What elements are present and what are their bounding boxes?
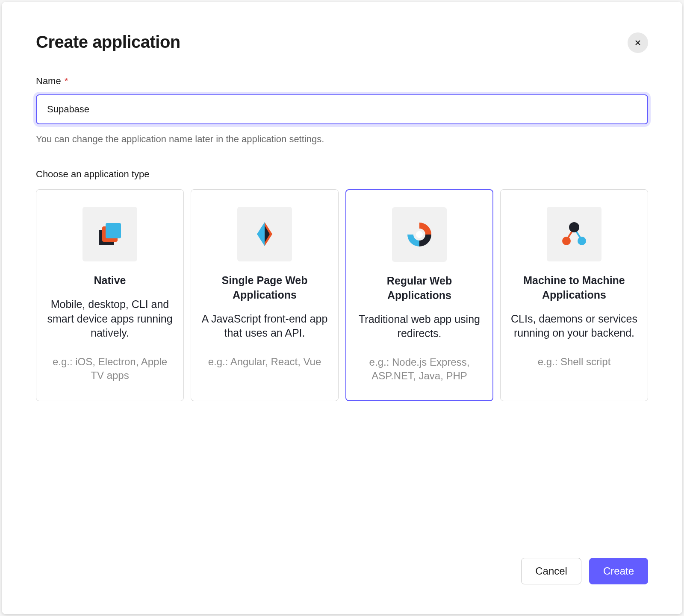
card-title: Regular Web Applications xyxy=(357,274,482,303)
svg-point-10 xyxy=(569,222,579,232)
card-example: e.g.: Node.js Express, ASP.NET, Java, PH… xyxy=(357,355,482,383)
svg-rect-2 xyxy=(106,223,121,238)
card-description: CLIs, daemons or services running on you… xyxy=(511,312,637,341)
svg-point-11 xyxy=(562,237,571,245)
create-button[interactable]: Create xyxy=(589,558,648,584)
create-application-dialog: Create application Name * You can change… xyxy=(2,2,682,614)
card-example: e.g.: Shell script xyxy=(538,355,611,369)
app-type-card-spa[interactable]: Single Page Web Applications A JavaScrip… xyxy=(191,189,339,401)
m2m-icon xyxy=(557,217,591,251)
spa-icon xyxy=(248,217,282,251)
name-label-text: Name xyxy=(36,76,61,86)
app-type-grid: Native Mobile, desktop, CLI and smart de… xyxy=(36,189,648,401)
name-input[interactable] xyxy=(36,94,648,124)
card-description: A JavaScript front-end app that uses an … xyxy=(201,312,328,341)
card-example: e.g.: Angular, React, Vue xyxy=(208,355,321,369)
name-label: Name * xyxy=(36,76,648,87)
app-type-card-m2m[interactable]: Machine to Machine Applications CLIs, da… xyxy=(500,189,648,401)
app-type-label: Choose an application type xyxy=(36,169,648,180)
close-icon xyxy=(634,38,642,47)
regular-icon xyxy=(402,217,436,252)
card-title: Machine to Machine Applications xyxy=(511,273,637,302)
card-title: Native xyxy=(94,273,126,288)
native-icon-wrap xyxy=(83,207,137,261)
svg-point-7 xyxy=(416,231,423,238)
card-example: e.g.: iOS, Electron, Apple TV apps xyxy=(47,355,173,383)
close-button[interactable] xyxy=(628,32,648,53)
dialog-footer: Cancel Create xyxy=(521,558,648,584)
native-icon xyxy=(93,217,127,251)
card-description: Traditional web app using redirects. xyxy=(357,312,482,341)
regular-icon-wrap xyxy=(392,207,447,262)
required-asterisk: * xyxy=(65,76,68,86)
dialog-header: Create application xyxy=(36,32,648,52)
name-helper-text: You can change the application name late… xyxy=(36,134,648,145)
cancel-button[interactable]: Cancel xyxy=(521,558,581,584)
app-type-card-regular[interactable]: Regular Web Applications Traditional web… xyxy=(345,189,493,401)
card-title: Single Page Web Applications xyxy=(201,273,328,302)
dialog-title: Create application xyxy=(36,32,180,52)
card-description: Mobile, desktop, CLI and smart device ap… xyxy=(47,297,173,340)
m2m-icon-wrap xyxy=(547,207,601,261)
svg-point-12 xyxy=(578,237,586,245)
app-type-card-native[interactable]: Native Mobile, desktop, CLI and smart de… xyxy=(36,189,184,401)
spa-icon-wrap xyxy=(237,207,292,261)
